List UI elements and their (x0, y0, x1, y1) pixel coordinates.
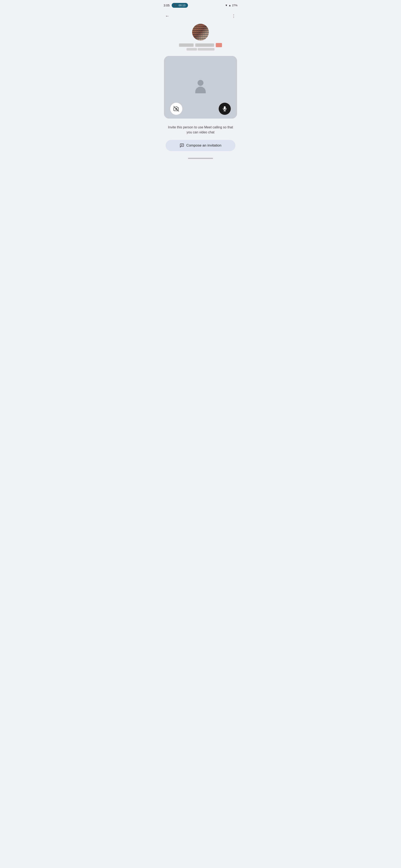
microphone-button[interactable] (219, 103, 231, 115)
pixel-overlay (192, 24, 209, 40)
video-placeholder-icon (193, 80, 208, 95)
compose-invitation-button[interactable]: Compose an invitation (166, 140, 235, 151)
more-options-button[interactable]: ⋮ (230, 12, 238, 20)
phone-icon: 📞 (174, 4, 177, 7)
contact-name-area (179, 43, 222, 47)
video-area (164, 56, 237, 119)
person-head (198, 80, 203, 86)
contact-sub-block-2 (198, 48, 214, 51)
contact-sub-area (187, 48, 214, 51)
contact-name-block-2 (195, 43, 214, 47)
more-dots-icon: ⋮ (232, 13, 236, 19)
compose-message-icon (180, 143, 184, 148)
invite-section: Invite this person to use Meet calling s… (160, 123, 241, 155)
compose-button-label: Compose an invitation (186, 144, 221, 148)
status-left: 3:05 📞 00:13 (164, 3, 188, 8)
avatar-image (192, 24, 209, 40)
camera-toggle-button[interactable] (170, 103, 182, 115)
svg-line-0 (174, 106, 179, 111)
video-controls (164, 103, 237, 115)
invite-description-text: Invite this person to use Meet calling s… (166, 125, 235, 135)
back-arrow-icon: ← (165, 13, 169, 19)
back-button[interactable]: ← (163, 12, 171, 20)
status-bar: 3:05 📞 00:13 ▼ ▲ 27% (160, 0, 241, 9)
top-nav: ← ⋮ (160, 10, 241, 22)
status-time: 3:05 (164, 4, 170, 7)
contact-sub-block-1 (187, 48, 197, 51)
camera-off-icon (174, 106, 179, 112)
phone-frame: 3:05 📞 00:13 ▼ ▲ 27% ← ⋮ (160, 0, 241, 176)
avatar (192, 24, 209, 40)
home-indicator (160, 155, 241, 160)
contact-name-block-1 (179, 43, 194, 47)
status-right: ▼ ▲ 27% (225, 4, 237, 7)
battery-icon: 27% (232, 4, 237, 7)
signal-icon: ▲ (228, 4, 231, 7)
call-timer-badge: 📞 00:13 (172, 3, 188, 8)
contact-badge (216, 43, 222, 47)
mic-icon (222, 106, 227, 112)
home-bar (188, 158, 213, 159)
wifi-icon: ▼ (225, 4, 228, 7)
contact-section (160, 22, 241, 54)
call-timer-text: 00:13 (178, 4, 185, 7)
person-body (195, 87, 206, 93)
